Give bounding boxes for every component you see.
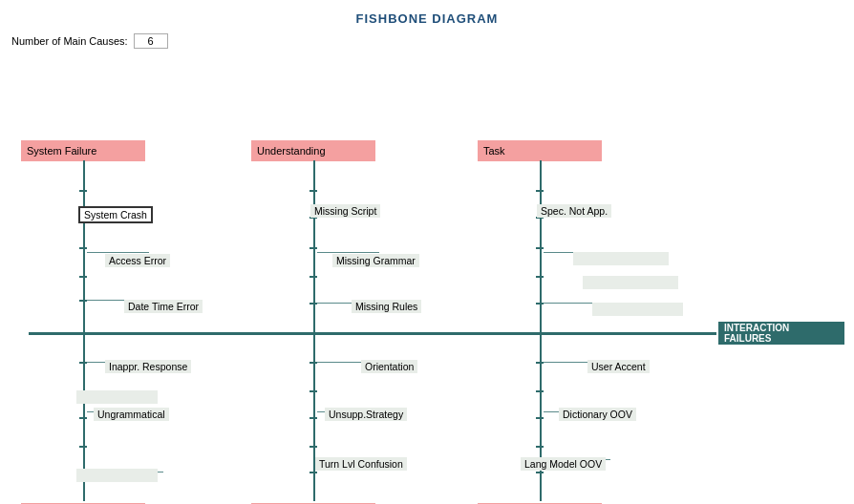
cause-missing-rules: Missing Rules: [352, 300, 421, 313]
branch-col2-top: [313, 160, 315, 332]
cause-turn-lvl-confusion: Turn Lvl Confusion: [315, 457, 407, 471]
cause-unsupp-strategy: Unsupp.Strategy: [325, 408, 407, 421]
tick-b1c: [79, 417, 87, 419]
tick-1a: [79, 190, 87, 192]
sub-branch-2b: [317, 252, 379, 253]
tick-b3a: [536, 362, 544, 364]
cause-empty-t2: [583, 276, 678, 289]
cause-system-crash: System Crash: [78, 206, 153, 223]
cause-missing-grammar: Missing Grammar: [332, 254, 419, 267]
tick-2c: [310, 247, 317, 249]
branch-col1-top: [83, 160, 85, 332]
tick-1e: [79, 300, 87, 302]
causes-label: Number of Main Causes:: [11, 35, 128, 47]
cat-task: Task: [478, 140, 602, 161]
branch-col3-top: [540, 160, 542, 332]
controls-row: Number of Main Causes:: [11, 33, 854, 49]
tick-b2d: [310, 446, 317, 448]
cause-orientation: Orientation: [361, 360, 417, 373]
tick-1d: [79, 276, 87, 278]
tick-b2c: [310, 417, 317, 419]
arrow-head-box: INTERACTION FAILURES: [718, 322, 844, 345]
tick-2d: [310, 276, 317, 278]
tick-3d: [536, 276, 544, 278]
cause-spec-not-app: Spec. Not App.: [537, 204, 611, 218]
cause-inappr-response: Inappr. Response: [105, 360, 191, 373]
tick-2a: [310, 190, 317, 192]
cause-ungrammatical: Ungrammatical: [94, 408, 169, 421]
tick-b2b: [310, 390, 317, 392]
tick-b2a: [310, 362, 317, 364]
cause-empty-b1: [76, 390, 158, 404]
tick-b3b: [536, 390, 544, 392]
tick-b2e: [310, 472, 317, 473]
cause-date-time-error: Date Time Error: [124, 300, 203, 313]
causes-input[interactable]: [134, 33, 168, 49]
cat-system-failure: System Failure: [21, 140, 145, 161]
cause-empty-t3: [592, 303, 683, 316]
cause-dictionary-oov: Dictionary OOV: [559, 408, 636, 421]
tick-b1d: [79, 446, 87, 448]
cause-access-error: Access Error: [105, 254, 170, 267]
tick-3e: [536, 303, 544, 304]
spine-line: [29, 332, 716, 335]
sub-branch-1b: [87, 252, 149, 253]
cause-empty-t1: [573, 252, 669, 265]
cat-understanding: Understanding: [251, 140, 375, 161]
tick-3a: [536, 190, 544, 192]
cause-user-accent: User Accent: [587, 360, 650, 373]
tick-b3e: [536, 472, 544, 473]
page-title: FISHBONE DIAGRAM: [0, 0, 854, 33]
tick-2e: [310, 303, 317, 304]
tick-b1a: [79, 362, 87, 364]
cause-missing-script: Missing Script: [310, 204, 380, 218]
diagram-area: System Failure Understanding Task System…: [0, 56, 854, 457]
tick-3c: [536, 247, 544, 249]
cause-empty-b2: [76, 469, 158, 482]
cause-lang-model-oov: Lang Model OOV: [521, 457, 606, 471]
tick-b3c: [536, 417, 544, 419]
tick-b3d: [536, 446, 544, 448]
tick-1c: [79, 247, 87, 249]
